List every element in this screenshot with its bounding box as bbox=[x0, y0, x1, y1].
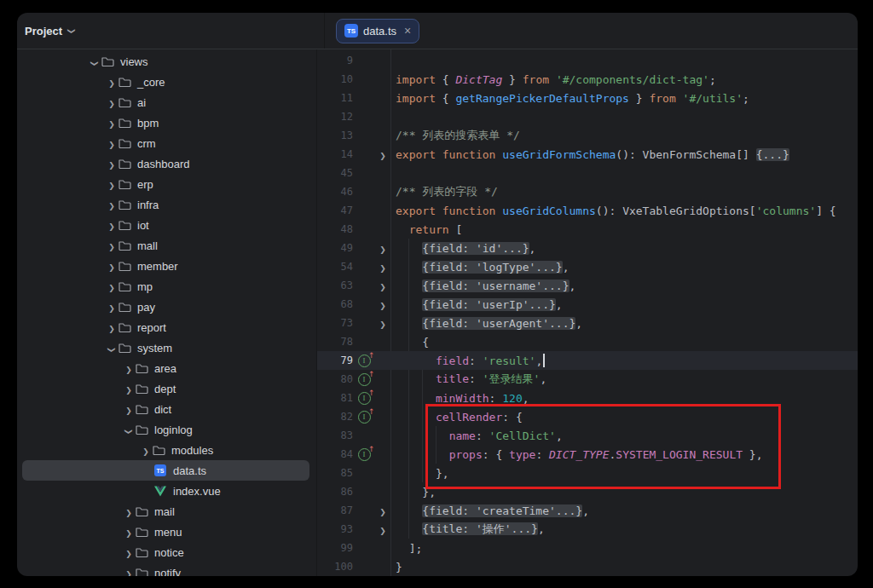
editor-line-78[interactable]: 78 { bbox=[317, 332, 858, 351]
tab-data-ts[interactable]: TS data.ts × bbox=[336, 19, 419, 43]
implement-icon[interactable]: I↑ bbox=[353, 373, 375, 386]
editor-pane[interactable]: 910import { DictTag } from '#/components… bbox=[317, 49, 858, 576]
chevron-right-icon[interactable]: ❯ bbox=[122, 505, 136, 518]
close-icon[interactable]: × bbox=[404, 25, 411, 37]
editor-line-45[interactable]: 45 bbox=[317, 164, 858, 182]
tree-item-label: mall bbox=[137, 239, 158, 252]
fold-arrow-icon[interactable]: ❯ bbox=[375, 504, 390, 517]
chevron-right-icon[interactable]: ❯ bbox=[122, 383, 136, 395]
tree-item-views[interactable]: ❯views bbox=[17, 51, 316, 72]
chevron-right-icon[interactable]: ❯ bbox=[122, 403, 136, 416]
editor-line-12[interactable]: 12 bbox=[317, 107, 858, 126]
chevron-right-icon[interactable]: ❯ bbox=[122, 546, 136, 559]
chevron-down-icon: ❯ bbox=[67, 27, 75, 34]
editor-line-87[interactable]: 87❯ {field: 'createTime'...}, bbox=[317, 501, 858, 520]
tree-item-pay[interactable]: ❯pay bbox=[17, 297, 316, 317]
editor-code-area[interactable]: 910import { DictTag } from '#/components… bbox=[317, 51, 858, 576]
chevron-right-icon[interactable]: ❯ bbox=[105, 96, 119, 109]
editor-line-81[interactable]: 81I↑ minWidth: 120, bbox=[317, 389, 858, 407]
tree-item-data-ts[interactable]: TSdata.ts bbox=[17, 460, 316, 481]
editor-line-73[interactable]: 73❯ {field: 'userAgent'...}, bbox=[317, 314, 858, 332]
fold-arrow-icon[interactable]: ❯ bbox=[375, 317, 390, 330]
editor-line-9[interactable]: 9 bbox=[317, 51, 858, 70]
editor-line-84[interactable]: 84I↑ props: { type: DICT_TYPE.SYSTEM_LOG… bbox=[317, 445, 858, 464]
editor-line-54[interactable]: 54❯ {field: 'logType'...}, bbox=[317, 257, 858, 276]
chevron-down-icon[interactable]: ❯ bbox=[88, 55, 101, 68]
editor-line-68[interactable]: 68❯ {field: 'userIp'...}, bbox=[317, 295, 858, 314]
tree-item-system[interactable]: ❯system bbox=[17, 337, 316, 358]
editor-line-93[interactable]: 93❯ {title: '操作'...}, bbox=[317, 520, 858, 539]
chevron-right-icon[interactable]: ❯ bbox=[105, 301, 119, 314]
chevron-right-icon[interactable]: ❯ bbox=[105, 280, 119, 293]
tree-item-dashboard[interactable]: ❯dashboard bbox=[17, 153, 316, 174]
chevron-right-icon[interactable]: ❯ bbox=[105, 158, 119, 170]
tree-item-notice[interactable]: ❯notice bbox=[17, 542, 316, 562]
chevron-down-icon[interactable]: ❯ bbox=[122, 424, 136, 436]
fold-arrow-icon[interactable]: ❯ bbox=[375, 523, 390, 536]
editor-line-100[interactable]: 100} bbox=[317, 557, 858, 576]
chevron-right-icon[interactable]: ❯ bbox=[105, 178, 119, 191]
tree-item-ai[interactable]: ❯ai bbox=[17, 92, 316, 112]
tree-item-member[interactable]: ❯member bbox=[17, 256, 316, 276]
chevron-right-icon[interactable]: ❯ bbox=[105, 321, 119, 334]
tree-item-mp[interactable]: ❯mp bbox=[17, 276, 316, 297]
project-panel-header[interactable]: Project ❯ bbox=[17, 13, 325, 49]
tree-item-crm[interactable]: ❯crm bbox=[17, 133, 316, 153]
line-number: 86 bbox=[317, 486, 353, 498]
editor-line-82[interactable]: 82I↑ cellRender: { bbox=[317, 407, 858, 426]
chevron-right-icon[interactable]: ❯ bbox=[105, 76, 119, 89]
implement-icon[interactable]: I↑ bbox=[353, 355, 375, 367]
tree-item-index-vue[interactable]: index.vue bbox=[17, 481, 316, 501]
editor-line-99[interactable]: 99 ]; bbox=[317, 539, 858, 557]
editor-line-63[interactable]: 63❯ {field: 'username'...}, bbox=[317, 276, 858, 295]
tree-item-modules[interactable]: ❯modules bbox=[17, 440, 316, 460]
editor-line-86[interactable]: 86 }, bbox=[317, 482, 858, 501]
tree-item-notify[interactable]: ❯notify bbox=[17, 562, 316, 576]
chevron-right-icon[interactable]: ❯ bbox=[122, 567, 136, 577]
chevron-right-icon[interactable]: ❯ bbox=[105, 260, 119, 273]
fold-arrow-icon[interactable]: ❯ bbox=[375, 148, 390, 161]
editor-line-14[interactable]: 14❯export function useGridFormSchema(): … bbox=[317, 145, 858, 164]
tree-item-erp[interactable]: ❯erp bbox=[17, 174, 316, 194]
tree-item-infra[interactable]: ❯infra bbox=[17, 194, 316, 215]
fold-arrow-icon[interactable]: ❯ bbox=[375, 261, 390, 274]
tree-item-dict[interactable]: ❯dict bbox=[17, 399, 316, 419]
fold-arrow-icon[interactable]: ❯ bbox=[375, 298, 390, 311]
editor-line-85[interactable]: 85 }, bbox=[317, 464, 858, 482]
tree-item-iot[interactable]: ❯iot bbox=[17, 215, 316, 235]
tree-item-loginlog[interactable]: ❯loginlog bbox=[17, 419, 316, 440]
fold-arrow-icon[interactable]: ❯ bbox=[375, 280, 390, 292]
tree-item-report[interactable]: ❯report bbox=[17, 317, 316, 337]
editor-line-80[interactable]: 80I↑ title: '登录结果', bbox=[317, 370, 858, 389]
tree-item-bpm[interactable]: ❯bpm bbox=[17, 112, 316, 133]
editor-line-83[interactable]: 83 name: 'CellDict', bbox=[317, 426, 858, 445]
editor-line-13[interactable]: 13/** 列表的搜索表单 */ bbox=[317, 126, 858, 145]
chevron-right-icon[interactable]: ❯ bbox=[105, 239, 119, 252]
implement-icon[interactable]: I↑ bbox=[353, 448, 375, 461]
tree-item--core[interactable]: ❯_core bbox=[17, 72, 316, 92]
tree-item-dept[interactable]: ❯dept bbox=[17, 378, 316, 399]
chevron-right-icon[interactable]: ❯ bbox=[122, 526, 136, 539]
chevron-right-icon[interactable]: ❯ bbox=[122, 362, 136, 375]
editor-line-10[interactable]: 10import { DictTag } from '#/components/… bbox=[317, 70, 858, 89]
editor-line-49[interactable]: 49❯ {field: 'id'...}, bbox=[317, 239, 858, 257]
editor-line-11[interactable]: 11import { getRangePickerDefaultProps } … bbox=[317, 89, 858, 107]
chevron-right-icon[interactable]: ❯ bbox=[105, 137, 119, 150]
chevron-right-icon[interactable]: ❯ bbox=[105, 117, 119, 130]
tree-item-mail[interactable]: ❯mail bbox=[17, 501, 316, 522]
fold-arrow-icon[interactable]: ❯ bbox=[375, 242, 390, 255]
folder-icon bbox=[119, 159, 136, 170]
chevron-right-icon[interactable]: ❯ bbox=[105, 219, 119, 232]
editor-line-47[interactable]: 47export function useGridColumns(): VxeT… bbox=[317, 201, 858, 220]
implement-icon[interactable]: I↑ bbox=[353, 411, 375, 424]
chevron-down-icon[interactable]: ❯ bbox=[105, 342, 119, 355]
tree-item-mall[interactable]: ❯mall bbox=[17, 235, 316, 256]
tree-item-menu[interactable]: ❯menu bbox=[17, 522, 316, 542]
chevron-right-icon[interactable]: ❯ bbox=[139, 444, 153, 457]
chevron-right-icon[interactable]: ❯ bbox=[105, 199, 119, 211]
implement-icon[interactable]: I↑ bbox=[353, 392, 375, 405]
editor-line-48[interactable]: 48 return [ bbox=[317, 220, 858, 239]
tree-item-area[interactable]: ❯area bbox=[17, 358, 316, 378]
editor-line-79[interactable]: 79I↑ field: 'result', bbox=[317, 351, 858, 370]
editor-line-46[interactable]: 46/** 列表的字段 */ bbox=[317, 182, 858, 201]
